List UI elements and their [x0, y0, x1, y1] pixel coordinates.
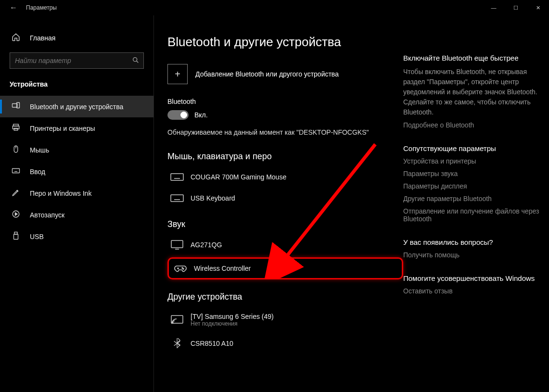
sidebar-item-label: Bluetooth и другие устройства: [30, 103, 123, 111]
device-name: Wireless Controller: [194, 265, 251, 272]
svg-point-40: [172, 322, 173, 323]
main-pane: Bluetooth и другие устройства + Добавлен…: [154, 15, 549, 392]
sidebar-item-label: Мышь: [30, 146, 49, 154]
sidebar-item-autoplay[interactable]: Автозапуск: [0, 204, 153, 226]
sidebar-item-usb[interactable]: USB: [0, 226, 153, 247]
sidebar: Главная Устройства Bluetooth и другие ус…: [0, 15, 154, 392]
sidebar-item-label: Ввод: [30, 168, 45, 176]
sidebar-item-label: Автозапуск: [30, 211, 64, 219]
autoplay-icon: [11, 210, 20, 220]
svg-rect-19: [171, 174, 183, 180]
page-title: Bluetooth и другие устройства: [167, 35, 403, 50]
sidebar-section-label: Устройства: [0, 77, 153, 96]
right-section-title: У вас появились вопросы?: [403, 238, 539, 246]
devices-icon: [11, 101, 20, 112]
svg-rect-6: [14, 128, 18, 131]
link-send-receive-bluetooth[interactable]: Отправление или получение файлов через B…: [403, 207, 539, 223]
device-name: COUGAR 700M Gaming Mouse: [191, 173, 286, 181]
device-item[interactable]: COUGAR 700M Gaming Mouse: [167, 168, 403, 186]
sidebar-item-typing[interactable]: Ввод: [0, 161, 153, 182]
svg-line-1: [137, 61, 139, 63]
device-item[interactable]: [TV] Samsung 6 Series (49) Нет подключен…: [167, 309, 403, 331]
right-panel: Включайте Bluetooth еще быстрее Чтобы вк…: [403, 35, 549, 392]
sidebar-item-label: USB: [30, 233, 44, 240]
add-device-label: Добавление Bluetooth или другого устройс…: [195, 70, 339, 78]
bluetooth-label: Bluetooth: [167, 98, 403, 105]
right-section-title: Помогите усовершенствовать Windows: [403, 274, 539, 282]
keyboard-icon: [11, 166, 20, 177]
link-devices-printers[interactable]: Устройства и принтеры: [403, 157, 539, 165]
link-display-settings[interactable]: Параметры дисплея: [403, 182, 539, 190]
sidebar-item-label: Перо и Windows Ink: [30, 190, 91, 197]
keyboard-icon: [170, 193, 184, 203]
home-icon: [11, 33, 20, 43]
add-device-button[interactable]: + Добавление Bluetooth или другого устро…: [167, 64, 403, 84]
link-get-help[interactable]: Получить помощь: [403, 251, 539, 259]
titlebar: ← Параметры — ☐ ✕: [0, 0, 549, 15]
usb-icon: [11, 231, 20, 241]
svg-point-38: [183, 268, 184, 269]
back-button[interactable]: ←: [10, 3, 17, 12]
svg-marker-16: [15, 213, 18, 215]
link-feedback[interactable]: Оставить отзыв: [403, 287, 539, 295]
search-input[interactable]: [15, 57, 132, 64]
svg-point-0: [133, 57, 137, 61]
category-header-other: Другие устройства: [167, 292, 403, 302]
device-item[interactable]: AG271QG: [167, 236, 403, 253]
device-name: USB Keyboard: [191, 194, 235, 202]
right-section-title: Сопутствующие параметры: [403, 144, 539, 152]
maximize-button[interactable]: ☐: [505, 0, 527, 15]
svg-rect-9: [13, 169, 20, 173]
toggle-state-label: Вкл.: [194, 111, 208, 119]
cast-icon: [170, 315, 184, 325]
gamepad-icon: [174, 264, 187, 273]
category-header-input: Мышь, клавиатура и перо: [167, 152, 403, 162]
category-header-audio: Звук: [167, 219, 403, 229]
svg-rect-18: [14, 234, 18, 240]
device-item[interactable]: USB Keyboard: [167, 190, 403, 207]
right-section-title: Включайте Bluetooth еще быстрее: [403, 54, 539, 62]
sidebar-item-label: Принтеры и сканеры: [30, 125, 95, 132]
minimize-button[interactable]: —: [483, 0, 505, 15]
device-name: AG271QG: [191, 241, 222, 249]
printer-icon: [11, 123, 20, 133]
device-item-wireless-controller[interactable]: Wireless Controller: [167, 257, 403, 279]
pen-icon: [11, 188, 20, 198]
discoverable-text: Обнаруживаемое на данный момент как "DES…: [167, 128, 403, 136]
bluetooth-icon: [170, 339, 184, 348]
sidebar-item-printers[interactable]: Принтеры и сканеры: [0, 117, 153, 139]
keyboard-icon: [170, 172, 184, 182]
svg-rect-26: [171, 195, 183, 202]
svg-point-37: [182, 267, 183, 268]
right-section-text: Чтобы включить Bluetooth, не открывая ра…: [403, 67, 539, 117]
device-status: Нет подключения: [191, 320, 274, 327]
sidebar-item-mouse[interactable]: Мышь: [0, 139, 153, 161]
monitor-icon: [170, 240, 184, 250]
home-label: Главная: [30, 34, 55, 42]
device-name: CSR8510 A10: [191, 340, 233, 347]
search-icon: [132, 56, 140, 65]
close-button[interactable]: ✕: [527, 0, 549, 15]
link-sound-settings[interactable]: Параметры звука: [403, 170, 539, 177]
plus-icon: +: [167, 64, 188, 84]
home-nav[interactable]: Главная: [0, 29, 153, 47]
search-box[interactable]: [10, 52, 144, 69]
device-name: [TV] Samsung 6 Series (49): [191, 313, 274, 320]
mouse-icon: [11, 145, 20, 155]
sidebar-item-bluetooth-devices[interactable]: Bluetooth и другие устройства: [0, 96, 153, 117]
bluetooth-toggle[interactable]: [167, 110, 189, 120]
svg-rect-33: [171, 240, 183, 248]
sidebar-item-pen[interactable]: Перо и Windows Ink: [0, 182, 153, 204]
window-title: Параметры: [26, 4, 57, 11]
link-bluetooth-more[interactable]: Подробнее о Bluetooth: [403, 121, 539, 129]
device-item[interactable]: CSR8510 A10: [167, 335, 403, 352]
link-other-bluetooth[interactable]: Другие параметры Bluetooth: [403, 195, 539, 202]
